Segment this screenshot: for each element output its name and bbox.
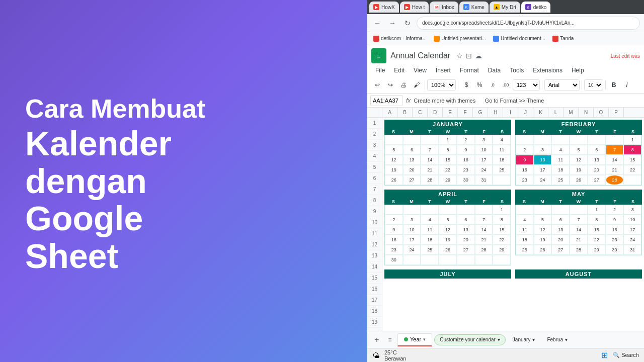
history-icon[interactable]: ⊡ (466, 52, 472, 60)
jan-day-23[interactable]: 23 (457, 165, 475, 175)
jan-day-19[interactable]: 19 (385, 165, 403, 175)
feb-day-16[interactable]: 16 (516, 165, 534, 175)
jan-day-10[interactable]: 10 (475, 145, 493, 155)
may-day-21[interactable]: 21 (570, 235, 588, 245)
apr-day-22[interactable]: 22 (493, 235, 511, 245)
bookmark-detik[interactable]: detikcom - Informa... (370, 35, 430, 43)
font-select[interactable]: Arial (544, 79, 580, 90)
apr-day-29[interactable]: 29 (493, 245, 511, 255)
bookmark-document[interactable]: Untitled document... (490, 35, 548, 43)
may-day-30[interactable]: 30 (606, 245, 624, 255)
paint-format-button[interactable]: 🖌 (411, 79, 423, 91)
feb-day-8[interactable]: 8 (623, 145, 641, 155)
may-day-17[interactable]: 17 (623, 225, 641, 235)
jan-day-20[interactable]: 20 (403, 165, 421, 175)
menu-view[interactable]: View (410, 65, 431, 75)
february-dropdown[interactable]: ▾ (565, 337, 568, 342)
jan-day-18[interactable]: 18 (493, 155, 511, 165)
feb-day-21[interactable]: 21 (606, 165, 624, 175)
jan-day-24[interactable]: 24 (475, 165, 493, 175)
jan-day-31[interactable]: 31 (475, 175, 493, 185)
jan-day-26[interactable]: 26 (385, 175, 403, 185)
apr-day-10[interactable]: 10 (403, 225, 421, 235)
apr-day-9[interactable]: 9 (385, 225, 403, 235)
refresh-button[interactable]: ↻ (401, 17, 414, 29)
cell-reference[interactable]: AA1:AA37 (370, 95, 403, 106)
jan-day-12[interactable]: 12 (385, 155, 403, 165)
tab-drive[interactable]: ▲ My Dri (490, 2, 520, 13)
may-day-16[interactable]: 16 (606, 225, 624, 235)
apr-day-16[interactable]: 16 (385, 235, 403, 245)
back-button[interactable]: ← (371, 17, 383, 29)
jan-day-27[interactable]: 27 (403, 175, 421, 185)
feb-day-22[interactable]: 22 (623, 165, 641, 175)
menu-extensions[interactable]: Extensions (529, 65, 567, 75)
may-day-4[interactable]: 4 (516, 215, 534, 225)
jan-day-6[interactable]: 6 (403, 145, 421, 155)
apr-day-17[interactable]: 17 (403, 235, 421, 245)
apr-day-28[interactable]: 28 (475, 245, 493, 255)
feb-day-4[interactable]: 4 (551, 145, 570, 155)
feb-day-11[interactable]: 11 (551, 155, 570, 165)
may-day-5[interactable]: 5 (534, 215, 552, 225)
may-day-14[interactable]: 14 (570, 225, 588, 235)
may-day-12[interactable]: 12 (534, 225, 552, 235)
may-day-1[interactable]: 1 (588, 205, 606, 215)
may-day-23[interactable]: 23 (606, 235, 624, 245)
decimal-increase[interactable]: .00 (500, 79, 512, 91)
jan-day-9[interactable]: 9 (457, 145, 475, 155)
sheets-list-button[interactable]: ≡ (384, 334, 395, 345)
may-day-13[interactable]: 13 (551, 225, 570, 235)
apr-day-21[interactable]: 21 (475, 235, 493, 245)
currency-button[interactable]: $ (460, 79, 472, 91)
jan-day-22[interactable]: 22 (439, 165, 457, 175)
feb-day-6[interactable]: 6 (588, 145, 606, 155)
customize-dropdown[interactable]: ▾ (498, 337, 500, 342)
jan-day-25[interactable]: 25 (493, 165, 511, 175)
feb-day-12[interactable]: 12 (570, 155, 588, 165)
percent-button[interactable]: % (473, 79, 486, 91)
tab-inbox[interactable]: M Inbox (430, 2, 458, 13)
bookmark-presentation[interactable]: Untitled presentati... (431, 35, 489, 43)
jan-day-16[interactable]: 16 (457, 155, 475, 165)
menu-help[interactable]: Help (568, 65, 588, 75)
year-sheet-tab[interactable]: Year ▾ (397, 333, 432, 346)
jan-day-14[interactable]: 14 (421, 155, 439, 165)
jan-day-5[interactable]: 5 (385, 145, 403, 155)
format-select[interactable]: 123 (513, 79, 540, 90)
menu-format[interactable]: Format (456, 65, 483, 75)
apr-day-24[interactable]: 24 (403, 245, 421, 255)
font-size-select[interactable]: 10 (584, 79, 603, 90)
may-day-8[interactable]: 8 (588, 215, 606, 225)
feb-day-7[interactable]: 7 (606, 145, 624, 155)
apr-day-8[interactable]: 8 (493, 215, 511, 225)
feb-day-17[interactable]: 17 (534, 165, 552, 175)
apr-day-7[interactable]: 7 (475, 215, 493, 225)
jan-day-29[interactable]: 29 (439, 175, 457, 185)
apr-day-15[interactable]: 15 (493, 225, 511, 235)
cloud-icon[interactable]: ☁ (475, 52, 482, 60)
apr-day-26[interactable]: 26 (439, 245, 457, 255)
tab-keme[interactable]: K Keme (459, 2, 489, 13)
feb-day-18[interactable]: 18 (551, 165, 570, 175)
may-day-22[interactable]: 22 (588, 235, 606, 245)
may-day-3[interactable]: 3 (623, 205, 641, 215)
may-day-10[interactable]: 10 (623, 215, 641, 225)
apr-day-14[interactable]: 14 (475, 225, 493, 235)
apr-day-19[interactable]: 19 (439, 235, 457, 245)
jan-day-2[interactable]: 2 (457, 135, 475, 145)
star-icon[interactable]: ☆ (456, 52, 463, 60)
jan-day-11[interactable]: 11 (493, 145, 511, 155)
print-button[interactable]: 🖨 (397, 79, 410, 91)
apr-day-18[interactable]: 18 (421, 235, 439, 245)
jan-day-21[interactable]: 21 (421, 165, 439, 175)
jan-day-17[interactable]: 17 (475, 155, 493, 165)
may-day-15[interactable]: 15 (588, 225, 606, 235)
apr-day-4[interactable]: 4 (421, 215, 439, 225)
may-day-19[interactable]: 19 (534, 235, 552, 245)
apr-day-1[interactable]: 1 (493, 205, 511, 215)
may-day-2[interactable]: 2 (606, 205, 624, 215)
menu-file[interactable]: File (371, 65, 389, 75)
tab-howto[interactable]: ▶ How t (400, 2, 429, 13)
may-day-31[interactable]: 31 (623, 245, 641, 255)
